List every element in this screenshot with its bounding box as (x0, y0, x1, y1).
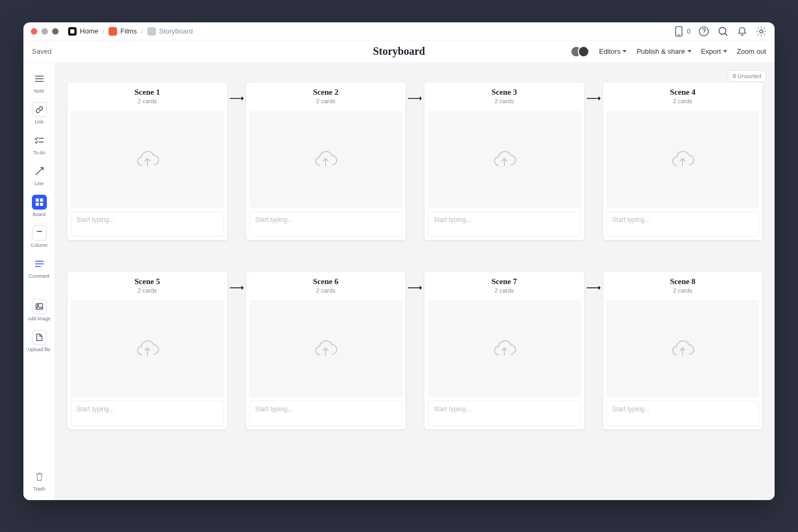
scene-image-dropzone[interactable] (71, 300, 224, 397)
tool-add-image[interactable]: Add image (27, 296, 52, 325)
scene-image-dropzone[interactable] (606, 111, 760, 208)
tool-column[interactable]: Column (27, 222, 52, 251)
tool-label: Comment (29, 273, 49, 279)
tool-board[interactable]: Board (27, 192, 52, 220)
scene-text-input[interactable]: Start typing... (606, 401, 760, 426)
help-icon[interactable] (698, 26, 710, 37)
comment-icon (32, 256, 47, 271)
bell-icon[interactable] (736, 26, 748, 37)
tool-label: Board (32, 212, 45, 217)
unsorted-label: Unsorted (737, 73, 761, 79)
scene-text-input[interactable]: Start typing... (250, 401, 403, 426)
breadcrumb-home[interactable]: Home (68, 27, 98, 36)
placeholder-text: Start typing... (612, 405, 650, 413)
svg-rect-13 (36, 198, 39, 202)
cloud-upload-icon (492, 338, 517, 360)
tool-label: Note (34, 88, 44, 94)
app-window: Home / Films / Storyboard 0 (23, 22, 775, 500)
scene-subtitle: 2 cards (429, 287, 580, 294)
scene-image-dropzone[interactable] (250, 111, 403, 208)
tool-note[interactable]: Note (27, 68, 52, 97)
scene-title: Scene 4 (608, 88, 759, 97)
board-icon (32, 195, 47, 210)
scene-image-dropzone[interactable] (250, 300, 403, 397)
zoom-out-button[interactable]: Zoom out (737, 47, 766, 55)
tool-link[interactable]: Link (27, 99, 52, 128)
gear-icon[interactable] (755, 26, 767, 37)
scene-grid: Scene 1 2 cards Start typing... (67, 82, 763, 430)
tool-label: Add image (28, 316, 51, 321)
tool-line[interactable]: Line (27, 161, 52, 189)
mobile-icon (673, 26, 685, 37)
breadcrumb-label: Home (80, 27, 98, 35)
tool-todo[interactable]: To-do (27, 130, 52, 159)
svg-point-6 (760, 30, 763, 33)
avatar (578, 46, 589, 57)
cloud-upload-icon (135, 149, 160, 170)
scene-text-input[interactable]: Start typing... (428, 401, 581, 426)
svg-line-12 (36, 168, 43, 175)
cloud-upload-icon (670, 149, 695, 170)
scene-card[interactable]: Scene 5 2 cards Start typing... (67, 271, 228, 430)
scene-text-input[interactable]: Start typing... (71, 401, 224, 426)
editor-avatars[interactable] (570, 46, 589, 57)
scene-image-dropzone[interactable] (428, 300, 581, 397)
canvas[interactable]: 0Unsorted Scene 1 2 cards Start typing..… (55, 63, 775, 500)
scene-title: Scene 8 (608, 277, 759, 286)
svg-line-5 (725, 34, 727, 36)
scene-card[interactable]: Scene 3 2 cards Start typing... (424, 82, 585, 240)
scene-card[interactable]: Scene 6 2 cards Start typing... (246, 271, 406, 430)
tool-comment[interactable]: Comment (27, 253, 52, 282)
scene-text-input[interactable]: Start typing... (250, 211, 403, 237)
scene-card[interactable]: Scene 4 2 cards Start typing... (603, 82, 763, 240)
scene-image-dropzone[interactable] (428, 111, 581, 208)
flow-arrow-icon (408, 96, 422, 101)
scene-text-input[interactable]: Start typing... (428, 211, 581, 237)
scene-text-input[interactable]: Start typing... (606, 211, 760, 237)
scene-card[interactable]: Scene 7 2 cards Start typing... (424, 271, 585, 430)
svg-rect-21 (36, 304, 43, 310)
image-icon (32, 299, 47, 314)
svg-marker-30 (242, 286, 244, 290)
export-menu[interactable]: Export (701, 47, 728, 55)
mobile-preview-button[interactable]: 0 (673, 26, 691, 37)
svg-point-3 (703, 33, 704, 34)
svg-point-22 (37, 305, 38, 306)
tool-upload-file[interactable]: Upload file (27, 327, 52, 355)
scene-header: Scene 7 2 cards (425, 272, 584, 297)
publish-label: Publish & share (636, 47, 685, 55)
search-icon[interactable] (717, 26, 729, 37)
publish-menu[interactable]: Publish & share (636, 47, 691, 55)
export-label: Export (701, 47, 721, 55)
cloud-upload-icon (492, 149, 517, 170)
scene-card[interactable]: Scene 8 2 cards Start typing... (603, 271, 763, 430)
file-icon (32, 330, 47, 345)
editors-menu[interactable]: Editors (599, 47, 627, 55)
scene-subtitle: 2 cards (251, 98, 402, 104)
unsorted-pill[interactable]: 0Unsorted (728, 70, 766, 82)
scene-card[interactable]: Scene 2 2 cards Start typing... (246, 82, 406, 240)
save-status: Saved (32, 47, 52, 55)
scene-text-input[interactable]: Start typing... (71, 211, 224, 237)
breadcrumb-storyboard[interactable]: Storyboard (147, 27, 193, 36)
scene-image-dropzone[interactable] (71, 111, 224, 208)
close-window-icon[interactable] (31, 28, 37, 35)
actionbar: Saved Storyboard Editors Publish & share… (23, 40, 775, 63)
minimize-window-icon[interactable] (41, 28, 48, 35)
breadcrumb-films[interactable]: Films (109, 27, 137, 36)
tool-trash[interactable]: Trash (27, 466, 52, 495)
scene-card[interactable]: Scene 1 2 cards Start typing... (67, 82, 228, 240)
editors-label: Editors (599, 47, 620, 55)
chevron-down-icon (723, 50, 727, 53)
line-arrow-icon (32, 164, 47, 179)
titlebar-actions: 0 (673, 26, 767, 37)
placeholder-text: Start typing... (255, 216, 293, 223)
maximize-window-icon[interactable] (52, 28, 59, 35)
unsorted-count: 0 (733, 73, 736, 79)
tool-sidebar: Note Link To-do Line (23, 63, 55, 500)
board-icon (147, 27, 156, 36)
breadcrumb-separator: / (103, 27, 105, 35)
scene-image-dropzone[interactable] (606, 300, 760, 397)
note-icon (32, 71, 47, 86)
scene-subtitle: 2 cards (72, 98, 223, 104)
